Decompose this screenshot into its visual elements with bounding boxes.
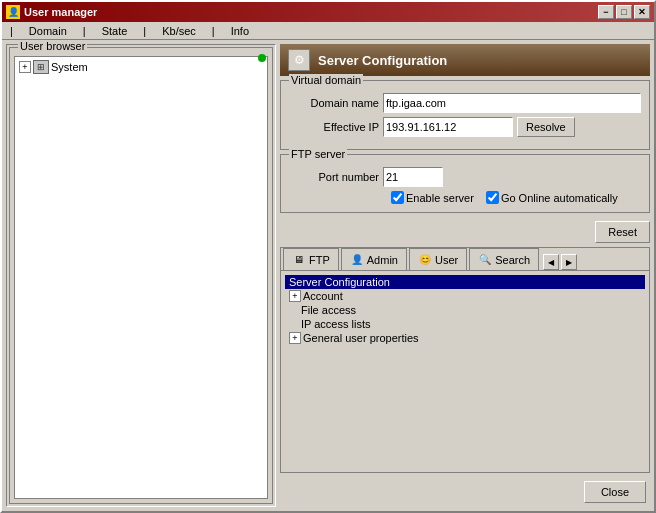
- user-browser-label: User browser: [18, 40, 87, 52]
- title-bar: 👤 User manager − □ ✕: [2, 2, 654, 22]
- tabs-content: Server Configuration + Account File acce…: [281, 271, 649, 472]
- title-bar-buttons: − □ ✕: [598, 5, 650, 19]
- config-icon: ⚙: [294, 53, 305, 67]
- tabs-bar: 🖥 FTP 👤 Admin 😊 User 🔍 Search: [281, 248, 649, 271]
- menu-separator-3: |: [139, 25, 150, 37]
- user-browser-group: User browser + ⊞ System: [9, 47, 273, 504]
- menu-bar: | Domain | State | Kb/sec | Info: [2, 22, 654, 40]
- close-button[interactable]: Close: [584, 481, 646, 503]
- account-expand-btn[interactable]: +: [289, 290, 301, 302]
- enable-server-label: Enable server: [406, 192, 474, 204]
- go-online-checkbox-item: Go Online automatically: [486, 191, 618, 204]
- domain-name-input[interactable]: [383, 93, 641, 113]
- nav-item-file-access-label: File access: [301, 304, 356, 316]
- content-area: User browser + ⊞ System ⚙ Server Configu…: [2, 40, 654, 511]
- tree-item-system-label: System: [51, 61, 88, 73]
- user-tab-icon: 😊: [418, 253, 432, 267]
- nav-item-server-configuration[interactable]: Server Configuration: [285, 275, 645, 289]
- general-user-expand-btn[interactable]: +: [289, 332, 301, 344]
- maximize-button[interactable]: □: [616, 5, 632, 19]
- resolve-button[interactable]: Resolve: [517, 117, 575, 137]
- nav-item-server-configuration-label: Server Configuration: [289, 276, 390, 288]
- go-online-label: Go Online automatically: [501, 192, 618, 204]
- nav-item-general-user-label: General user properties: [303, 332, 419, 344]
- admin-tab-icon: 👤: [350, 253, 364, 267]
- enable-server-checkbox-item: Enable server: [391, 191, 474, 204]
- menu-item-state[interactable]: State: [98, 25, 132, 37]
- window-title: User manager: [24, 6, 97, 18]
- nav-item-ip-access-label: IP access lists: [301, 318, 371, 330]
- server-config-title: Server Configuration: [318, 53, 447, 68]
- tab-user-label: User: [435, 254, 458, 266]
- tree-expand-system[interactable]: +: [19, 61, 31, 73]
- checkbox-row: Enable server Go Online automatically: [289, 191, 641, 204]
- go-online-checkbox[interactable]: [486, 191, 499, 204]
- user-tree[interactable]: + ⊞ System: [14, 56, 268, 499]
- nav-item-account[interactable]: + Account: [285, 289, 645, 303]
- tab-search[interactable]: 🔍 Search: [469, 248, 539, 270]
- domain-name-row: Domain name: [289, 93, 641, 113]
- tree-item-system[interactable]: + ⊞ System: [17, 59, 265, 75]
- right-panel: ⚙ Server Configuration Virtual domain Do…: [280, 44, 650, 507]
- server-config-header: ⚙ Server Configuration: [280, 44, 650, 76]
- ftp-server-group: FTP server Port number Enable server Go …: [280, 154, 650, 213]
- port-number-label: Port number: [289, 171, 379, 183]
- effective-ip-label: Effective IP: [289, 121, 379, 133]
- menu-item-info[interactable]: Info: [227, 25, 253, 37]
- menu-item-domain[interactable]: Domain: [25, 25, 71, 37]
- menu-item-kbsec[interactable]: Kb/sec: [158, 25, 200, 37]
- tab-nav-right[interactable]: ▶: [561, 254, 577, 270]
- virtual-domain-label: Virtual domain: [289, 74, 363, 86]
- tab-user[interactable]: 😊 User: [409, 248, 467, 270]
- user-browser-panel: User browser + ⊞ System: [6, 44, 276, 507]
- ftp-server-label: FTP server: [289, 148, 347, 160]
- close-row: Close: [280, 477, 650, 507]
- reset-row: Reset: [280, 221, 650, 243]
- tab-admin-label: Admin: [367, 254, 398, 266]
- user-manager-window: 👤 User manager − □ ✕ | Domain | State | …: [0, 0, 656, 513]
- menu-separator-1: |: [6, 25, 17, 37]
- tab-admin[interactable]: 👤 Admin: [341, 248, 407, 270]
- minimize-button[interactable]: −: [598, 5, 614, 19]
- port-row: Port number: [289, 167, 641, 187]
- tab-search-label: Search: [495, 254, 530, 266]
- tab-nav-left[interactable]: ◀: [543, 254, 559, 270]
- menu-separator-2: |: [79, 25, 90, 37]
- nav-item-account-label: Account: [303, 290, 343, 302]
- reset-button[interactable]: Reset: [595, 221, 650, 243]
- close-button[interactable]: ✕: [634, 5, 650, 19]
- menu-separator-4: |: [208, 25, 219, 37]
- status-indicator: [258, 54, 266, 62]
- effective-ip-row: Effective IP Resolve: [289, 117, 641, 137]
- domain-name-label: Domain name: [289, 97, 379, 109]
- effective-ip-input[interactable]: [383, 117, 513, 137]
- system-icon: ⊞: [33, 60, 49, 74]
- virtual-domain-group: Virtual domain Domain name Effective IP …: [280, 80, 650, 150]
- search-tab-icon: 🔍: [478, 253, 492, 267]
- nav-item-general-user[interactable]: + General user properties: [285, 331, 645, 345]
- port-number-input[interactable]: [383, 167, 443, 187]
- tab-ftp-label: FTP: [309, 254, 330, 266]
- window-icon: 👤: [6, 5, 20, 19]
- enable-server-checkbox[interactable]: [391, 191, 404, 204]
- config-icon-box: ⚙: [288, 49, 310, 71]
- ftp-tab-icon: 🖥: [292, 253, 306, 267]
- tabs-container: 🖥 FTP 👤 Admin 😊 User 🔍 Search: [280, 247, 650, 473]
- nav-item-ip-access[interactable]: IP access lists: [285, 317, 645, 331]
- tab-ftp[interactable]: 🖥 FTP: [283, 248, 339, 270]
- title-bar-left: 👤 User manager: [6, 5, 97, 19]
- nav-item-file-access[interactable]: File access: [285, 303, 645, 317]
